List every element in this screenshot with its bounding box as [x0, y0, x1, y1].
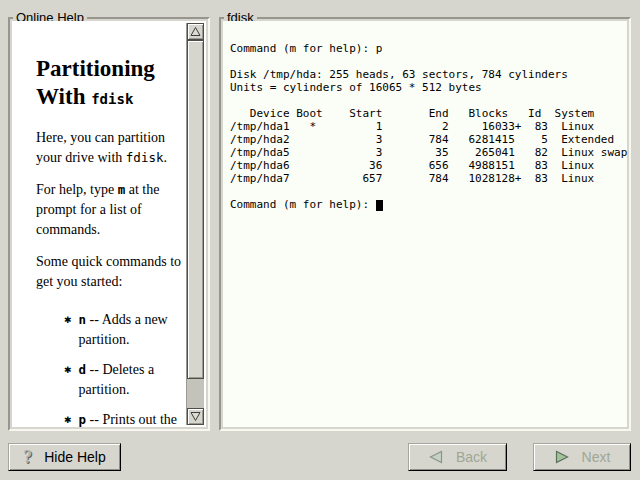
help-scrollbar[interactable]	[186, 23, 204, 425]
online-help-panel: Online Help Partitioning With fdisk Here…	[8, 17, 210, 431]
hide-help-button[interactable]: ? Hide Help	[8, 443, 121, 471]
help-paragraph-help: For help, type m at the prompt for a lis…	[36, 180, 186, 240]
next-label: Next	[582, 449, 611, 465]
help-viewport: Partitioning With fdisk Here, you can pa…	[12, 21, 206, 427]
bullet-icon: ✱	[64, 410, 72, 427]
n-key-term: n	[79, 312, 87, 327]
back-label: Back	[456, 449, 487, 465]
back-arrow-icon	[428, 450, 444, 464]
help-title: Partitioning With fdisk	[36, 55, 186, 113]
terminal-table-row: /tmp/hda7 657 784 1028128+ 83 Linux	[230, 172, 627, 185]
bullet-icon: ✱	[64, 360, 72, 400]
help-paragraph-intro: Here, you can partition your drive with …	[36, 128, 186, 168]
bullet-description: -- Deletes a partition.	[79, 362, 155, 397]
terminal-table-row: /tmp/hda6 36 656 4988151 83 Linux	[230, 159, 627, 172]
terminal-line: Units = cylinders of 16065 * 512 bytes	[230, 81, 627, 94]
scroll-up-icon	[189, 25, 202, 38]
terminal-line	[230, 185, 627, 198]
hide-help-label: Hide Help	[44, 449, 105, 465]
terminal-line	[230, 94, 627, 107]
help-content: Partitioning With fdisk Here, you can pa…	[12, 21, 186, 427]
scroll-up-button[interactable]	[187, 23, 204, 40]
d-key-term: d	[79, 362, 87, 377]
scrollbar-track[interactable]	[187, 40, 204, 408]
terminal-table-row: /tmp/hda2 3 784 6281415 5 Extended	[230, 133, 627, 146]
bullet-description: -- Adds a new partition.	[79, 312, 168, 347]
terminal-line	[230, 55, 627, 68]
help-title-code: fdisk	[91, 91, 133, 107]
help-question-icon: ?	[23, 448, 32, 466]
terminal-table-header: Device Boot Start End Blocks Id System	[230, 107, 627, 120]
terminal-table-row: /tmp/hda5 3 35 265041 82 Linux swap	[230, 146, 627, 159]
list-item: ✱ n -- Adds a new partition.	[64, 310, 186, 350]
bullet-text: n -- Adds a new partition.	[79, 310, 186, 350]
list-item: ✱ p -- Prints out the partition table.	[64, 410, 186, 427]
scrollbar-thumb[interactable]	[187, 40, 204, 379]
help-paragraph-intro-end: .	[163, 150, 167, 165]
terminal-prompt-line: Command (m for help):	[230, 198, 627, 211]
terminal-line: Command (m for help): p	[230, 42, 627, 55]
terminal-line: Disk /tmp/hda: 255 heads, 63 sectors, 78…	[230, 68, 627, 81]
bullet-description: -- Prints out the partition table.	[79, 412, 178, 427]
installer-window: Online Help Partitioning With fdisk Here…	[0, 0, 640, 480]
fdisk-panel: fdisk Command (m for help): p Disk /tmp/…	[219, 17, 631, 431]
back-button[interactable]: Back	[408, 443, 507, 471]
list-item: ✱ d -- Deletes a partition.	[64, 360, 186, 400]
scroll-down-icon	[189, 410, 202, 423]
terminal-prompt: Command (m for help):	[230, 198, 376, 211]
help-paragraph-commands: Some quick commands to get you started:	[36, 252, 186, 292]
bullet-text: d -- Deletes a partition.	[79, 360, 186, 400]
bullet-text: p -- Prints out the partition table.	[79, 410, 186, 427]
p-key-term: p	[79, 412, 87, 427]
scroll-down-button[interactable]	[187, 408, 204, 425]
fdisk-terminal[interactable]: Command (m for help): p Disk /tmp/hda: 2…	[223, 21, 627, 427]
bullet-icon: ✱	[64, 310, 72, 350]
terminal-table-row: /tmp/hda1 * 1 2 16033+ 83 Linux	[230, 120, 627, 133]
next-button[interactable]: Next	[533, 443, 631, 471]
help-paragraph-help-text: For help, type	[36, 182, 118, 197]
help-bullet-list: ✱ n -- Adds a new partition. ✱ d -- Dele…	[64, 310, 186, 427]
text-cursor	[376, 200, 383, 211]
fdisk-code-term: fdisk	[126, 150, 164, 165]
next-arrow-icon	[554, 450, 570, 464]
